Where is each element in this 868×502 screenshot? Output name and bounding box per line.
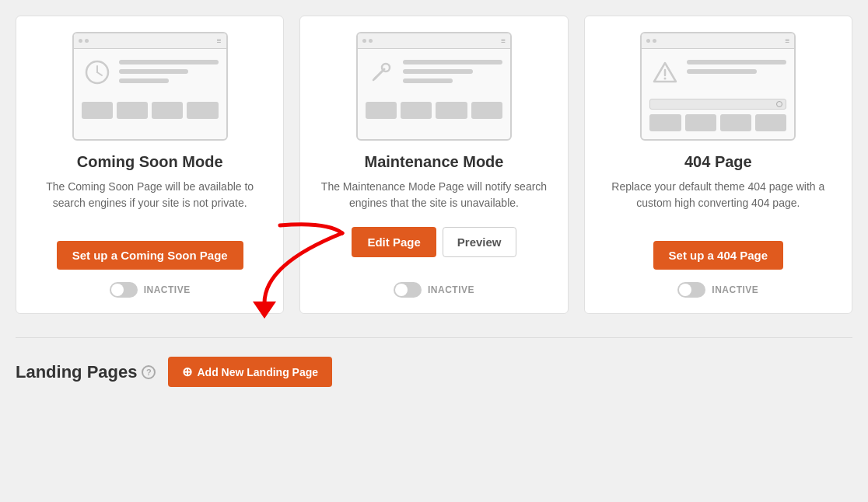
edit-page-button[interactable]: Edit Page: [352, 227, 436, 257]
maintenance-title: Maintenance Mode: [365, 153, 504, 171]
maintenance-buttons: Edit Page Preview: [352, 227, 516, 270]
maintenance-toggle-row: INACTIVE: [394, 282, 474, 298]
maintenance-toggle-label: INACTIVE: [428, 284, 474, 295]
404-card: ≡: [584, 16, 852, 314]
coming-soon-toggle[interactable]: [110, 282, 138, 298]
add-landing-page-label: Add New Landing Page: [197, 366, 318, 378]
wrench-icon: [366, 57, 397, 88]
coming-soon-illustration: ≡: [72, 32, 228, 141]
landing-pages-section: Landing Pages ? ⊕ Add New Landing Page: [16, 357, 852, 387]
404-setup-button[interactable]: Set up a 404 Page: [653, 241, 784, 270]
svg-point-5: [382, 64, 390, 71]
404-title: 404 Page: [684, 153, 752, 171]
maintenance-illustration: ≡: [356, 32, 512, 141]
maintenance-desc: The Maintenance Mode Page will notify se…: [316, 179, 551, 211]
404-toggle[interactable]: [677, 282, 705, 298]
plus-circle-icon: ⊕: [182, 364, 192, 379]
cards-container: ≡: [16, 16, 852, 314]
maintenance-toggle[interactable]: [394, 282, 422, 298]
svg-point-9: [664, 78, 667, 80]
svg-line-6: [373, 77, 376, 80]
landing-pages-title: Landing Pages ?: [16, 362, 156, 382]
maintenance-card: ≡: [299, 16, 568, 314]
svg-line-3: [97, 72, 102, 75]
help-icon[interactable]: ?: [142, 365, 156, 379]
landing-title-text: Landing Pages: [16, 362, 137, 382]
404-desc: Replace your default theme 404 page with…: [600, 179, 836, 225]
coming-soon-toggle-label: INACTIVE: [144, 284, 191, 295]
preview-button[interactable]: Preview: [443, 227, 516, 257]
coming-soon-setup-button[interactable]: Set up a Coming Soon Page: [57, 241, 243, 270]
404-illustration: ≡: [640, 32, 796, 141]
add-landing-page-button[interactable]: ⊕ Add New Landing Page: [168, 357, 332, 387]
clock-icon: [82, 57, 113, 88]
404-toggle-row: INACTIVE: [677, 282, 758, 298]
coming-soon-title: Coming Soon Mode: [77, 153, 223, 171]
404-toggle-label: INACTIVE: [712, 284, 758, 295]
coming-soon-card: ≡: [16, 16, 284, 314]
coming-soon-desc: The Coming Soon Page will be available t…: [32, 179, 268, 225]
coming-soon-toggle-row: INACTIVE: [110, 282, 191, 298]
warning-icon: [649, 57, 681, 88]
section-divider: [16, 337, 852, 338]
